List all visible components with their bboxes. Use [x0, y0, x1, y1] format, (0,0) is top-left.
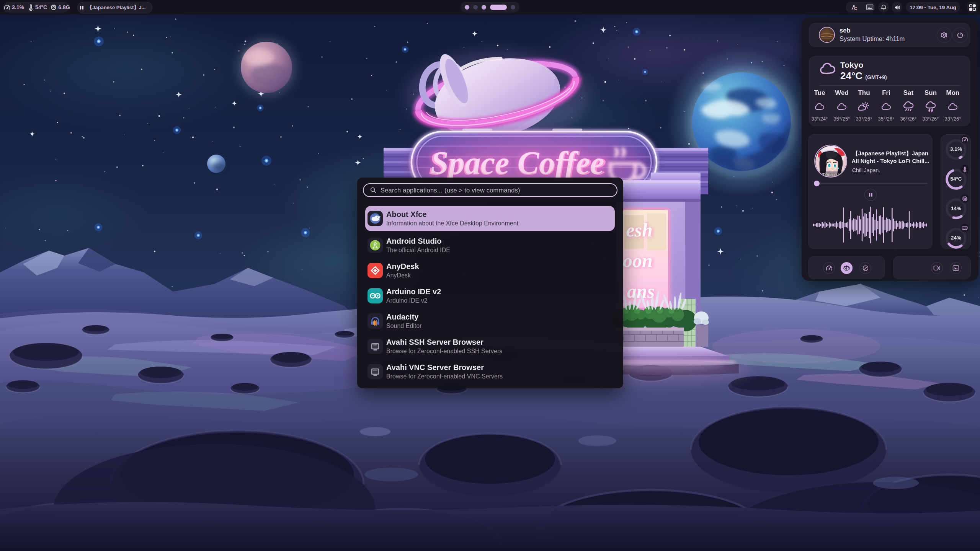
svg-text:esh: esh [626, 219, 652, 241]
svg-text:oon: oon [623, 250, 653, 271]
svg-text:C: C [854, 6, 857, 11]
svg-text:TOKYO L: TOKYO L [822, 173, 841, 177]
svg-text:Space Coffee: Space Coffee [431, 145, 604, 181]
svg-text:ans: ans [627, 280, 655, 302]
